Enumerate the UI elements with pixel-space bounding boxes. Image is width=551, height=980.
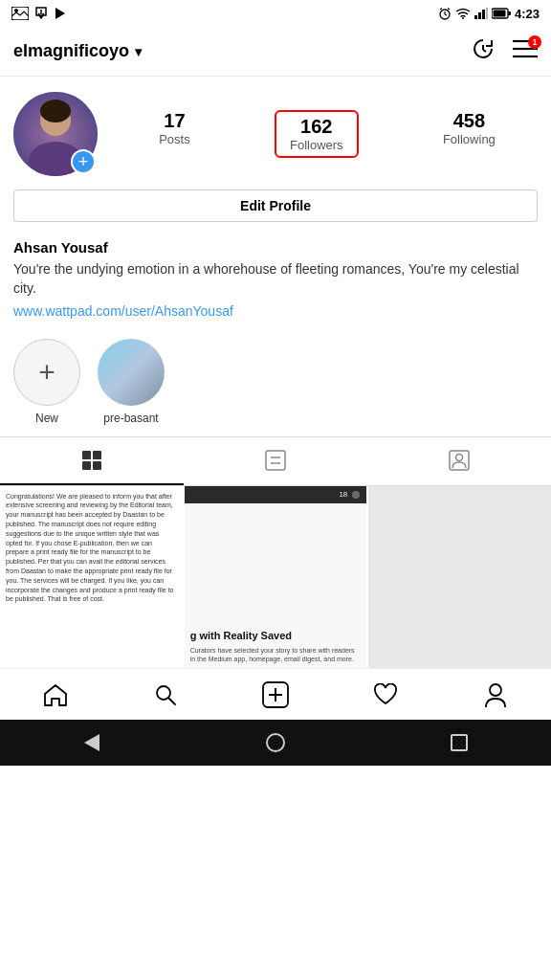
heart-icon bbox=[373, 683, 398, 706]
photo-grid: Congratulations! We are pleased to infor… bbox=[0, 486, 551, 669]
username-label[interactable]: elmagnificoyo bbox=[13, 41, 129, 61]
bio-link[interactable]: www.wattpad.com/user/AhsanYousaf bbox=[13, 303, 233, 319]
svg-rect-11 bbox=[482, 10, 485, 19]
grid-cell-2-desc: Curators have selected your story to sha… bbox=[190, 646, 362, 665]
bio-text: You're the undying emotion in a whorehou… bbox=[13, 259, 538, 299]
status-icons-right: 4:23 bbox=[438, 7, 540, 21]
menu-icon[interactable]: 1 bbox=[513, 39, 538, 64]
new-story-circle[interactable]: + bbox=[13, 339, 80, 406]
story-circle-prebasant[interactable] bbox=[98, 339, 165, 406]
home-icon bbox=[43, 683, 68, 706]
bio-section: Ahsan Yousaf You're the undying emotion … bbox=[0, 234, 551, 329]
grid-icon bbox=[80, 449, 103, 472]
svg-line-17 bbox=[483, 50, 486, 52]
nav-actions: 1 bbox=[471, 36, 538, 67]
back-button[interactable] bbox=[78, 729, 105, 756]
svg-rect-14 bbox=[508, 11, 511, 15]
followers-stat[interactable]: 162 Followers bbox=[275, 110, 359, 158]
add-post-icon bbox=[262, 681, 289, 708]
recents-button[interactable] bbox=[446, 729, 473, 756]
grid-cell-3[interactable] bbox=[368, 486, 551, 669]
posts-count: 17 bbox=[164, 110, 185, 132]
story-item-prebasant[interactable]: pre-basant bbox=[98, 339, 165, 425]
new-story-item[interactable]: + New bbox=[13, 339, 80, 425]
bottom-navigation bbox=[0, 668, 551, 720]
search-icon bbox=[154, 683, 177, 706]
download-icon bbox=[34, 6, 48, 21]
back-icon bbox=[84, 734, 99, 751]
time-display: 4:23 bbox=[515, 7, 540, 21]
svg-rect-9 bbox=[474, 15, 477, 19]
recents-icon bbox=[451, 734, 468, 751]
likes-tab[interactable] bbox=[366, 676, 405, 714]
notification-badge: 1 bbox=[528, 35, 541, 49]
top-navigation: elmagnificoyo ▾ 1 bbox=[0, 27, 551, 77]
svg-point-8 bbox=[462, 17, 464, 19]
signal-icon bbox=[474, 8, 488, 19]
grid-cell-2[interactable]: 18 g with Reality Saved Curators have se… bbox=[185, 486, 367, 669]
profile-tab[interactable] bbox=[476, 676, 515, 714]
avatar-wrap: + bbox=[13, 92, 98, 176]
wifi-icon bbox=[455, 8, 471, 19]
following-count: 458 bbox=[453, 110, 485, 132]
gallery-icon bbox=[11, 7, 29, 20]
new-story-label: New bbox=[35, 412, 58, 425]
android-navigation bbox=[0, 720, 551, 766]
grid-cell-1-content: Congratulations! We are pleased to infor… bbox=[0, 486, 183, 669]
battery-icon bbox=[492, 8, 511, 19]
profile-stats: 17 Posts 162 Followers 458 Following bbox=[117, 110, 538, 158]
search-tab[interactable] bbox=[146, 676, 185, 714]
home-tab[interactable] bbox=[36, 676, 75, 714]
svg-rect-26 bbox=[93, 451, 101, 459]
svg-point-24 bbox=[40, 100, 71, 122]
bio-name: Ahsan Yousaf bbox=[13, 239, 538, 256]
person-tag-icon bbox=[448, 449, 471, 472]
following-stat[interactable]: 458 Following bbox=[443, 110, 496, 158]
grid-cell-2-header: 18 bbox=[185, 486, 367, 503]
profile-top-row: + 17 Posts 162 Followers 458 Following bbox=[13, 92, 538, 176]
grid-cell-2-title: g with Reality Saved bbox=[190, 630, 362, 642]
svg-rect-15 bbox=[493, 11, 505, 17]
followers-label: Followers bbox=[290, 138, 343, 152]
plus-icon: + bbox=[38, 356, 55, 389]
status-icons-left bbox=[11, 6, 67, 21]
following-label: Following bbox=[443, 132, 496, 146]
home-button[interactable] bbox=[262, 729, 289, 756]
posts-stat[interactable]: 17 Posts bbox=[159, 110, 190, 158]
svg-rect-12 bbox=[486, 8, 488, 19]
grid-cell-2-badge: 18 bbox=[339, 490, 347, 499]
alarm-icon bbox=[438, 7, 452, 20]
svg-point-40 bbox=[490, 684, 501, 696]
history-icon[interactable] bbox=[471, 36, 496, 67]
story-label-prebasant: pre-basant bbox=[103, 412, 158, 425]
add-post-tab[interactable] bbox=[256, 676, 295, 714]
grid-cell-1[interactable]: Congratulations! We are pleased to infor… bbox=[0, 486, 183, 669]
svg-rect-27 bbox=[82, 461, 91, 470]
followers-count: 162 bbox=[300, 116, 332, 138]
profile-section: + 17 Posts 162 Followers 458 Following E… bbox=[0, 77, 551, 234]
grid-cell-1-text: Congratulations! We are pleased to infor… bbox=[6, 492, 177, 605]
svg-rect-25 bbox=[82, 451, 91, 459]
tab-grid[interactable] bbox=[0, 437, 184, 485]
add-story-button[interactable]: + bbox=[71, 149, 96, 174]
badge-icon bbox=[351, 490, 361, 500]
grid-cell-2-body: g with Reality Saved Curators have selec… bbox=[185, 503, 367, 669]
play-icon bbox=[54, 6, 67, 21]
profile-icon bbox=[484, 682, 507, 707]
home-circle-icon bbox=[266, 733, 285, 752]
chevron-down-icon[interactable]: ▾ bbox=[135, 44, 142, 59]
tab-list[interactable] bbox=[184, 437, 367, 485]
status-bar: 4:23 bbox=[0, 0, 551, 27]
tab-bar bbox=[0, 436, 551, 486]
edit-profile-button[interactable]: Edit Profile bbox=[13, 189, 538, 222]
svg-rect-28 bbox=[93, 461, 101, 470]
username-area[interactable]: elmagnificoyo ▾ bbox=[13, 41, 142, 61]
svg-line-6 bbox=[440, 9, 442, 11]
svg-line-36 bbox=[168, 698, 175, 704]
posts-label: Posts bbox=[159, 132, 190, 146]
svg-line-7 bbox=[448, 9, 450, 11]
svg-rect-10 bbox=[478, 12, 481, 19]
stories-section: + New pre-basant bbox=[0, 329, 551, 436]
list-icon bbox=[264, 449, 287, 472]
tab-tagged[interactable] bbox=[367, 437, 551, 485]
